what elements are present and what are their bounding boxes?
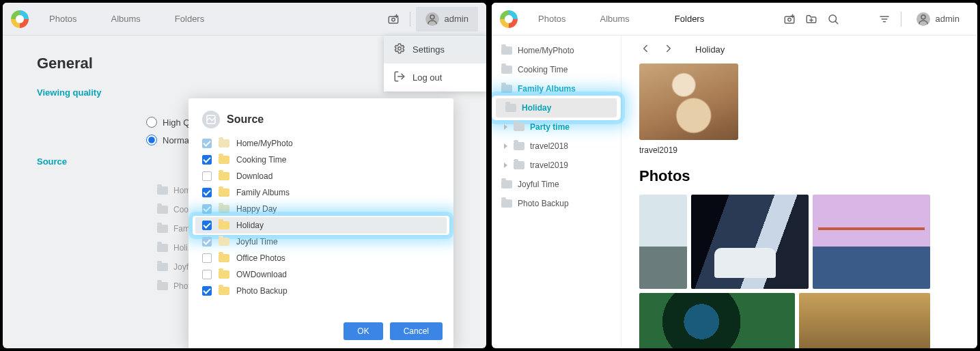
user-menu-trigger[interactable]: admin (416, 7, 478, 31)
radio-hq-input[interactable] (146, 117, 157, 128)
checkbox[interactable] (202, 221, 212, 230)
breadcrumb-title: Holiday (695, 44, 725, 55)
source-row[interactable]: OWDownload (195, 266, 447, 283)
folder-icon (505, 104, 516, 112)
menu-settings[interactable]: Settings (384, 36, 486, 64)
nav-photos[interactable]: Photos (49, 14, 76, 24)
tree-item-label: Joyful Time (518, 180, 559, 189)
search-icon[interactable] (822, 8, 844, 30)
checkbox[interactable] (202, 204, 212, 214)
tree-item[interactable]: travel2018 (492, 137, 621, 156)
user-menu-trigger[interactable]: admin (907, 7, 969, 31)
dialog-folder-list: Home/MyPhotoCooking TimeDownloadFamily A… (188, 135, 453, 314)
source-row[interactable]: Happy Day (195, 201, 447, 217)
folder-icon (514, 142, 524, 150)
tree-item[interactable]: travel2019 (492, 156, 621, 175)
tree-item[interactable]: Cooking Time (492, 60, 621, 79)
add-folder-icon[interactable] (800, 8, 822, 30)
folder-icon (219, 205, 229, 213)
expand-caret-icon[interactable] (504, 143, 507, 149)
avatar-icon (916, 12, 930, 26)
source-row[interactable]: Cooking Time (195, 152, 447, 168)
expand-caret-icon[interactable] (504, 163, 507, 168)
folder-icon (219, 188, 229, 197)
source-row-label: Family Albums (236, 188, 290, 197)
checkbox[interactable] (202, 171, 212, 181)
app-logo-icon (11, 10, 29, 28)
folder-icon (157, 263, 168, 271)
checkbox[interactable] (202, 188, 212, 197)
tree-item-label: Photo Backup (518, 199, 569, 208)
folder-icon (157, 244, 168, 252)
svg-point-9 (788, 18, 792, 21)
folder-icon (157, 206, 168, 214)
source-row[interactable]: Download (195, 168, 447, 184)
tree-item[interactable]: Party time (492, 117, 621, 137)
tree-item-label: Party time (530, 122, 570, 132)
radio-normal-input[interactable] (146, 135, 157, 145)
nav-photos[interactable]: Photos (538, 14, 565, 24)
expand-caret-icon[interactable] (504, 124, 507, 130)
top-nav-right: Photos Albums Folders admin (492, 3, 977, 36)
nav-albums[interactable]: Albums (111, 14, 140, 24)
source-row[interactable]: Office Photos (195, 250, 447, 266)
source-row-label: Joyful Time (236, 237, 278, 247)
user-name: admin (445, 14, 468, 24)
checkbox[interactable] (202, 237, 212, 247)
tree-item[interactable]: Joyful Time (492, 175, 621, 194)
photo-thumbnail[interactable] (639, 293, 795, 348)
folder-icon (219, 221, 229, 229)
checkbox[interactable] (202, 155, 212, 165)
user-name: admin (936, 14, 960, 24)
nav-divider (901, 12, 901, 27)
source-row[interactable]: Photo Backup (195, 283, 447, 299)
source-row-label: Holiday (236, 221, 264, 230)
tree-item[interactable]: Family Albums (492, 79, 621, 98)
user-dropdown: Settings Log out (384, 36, 486, 92)
svg-line-15 (835, 21, 838, 24)
menu-logout[interactable]: Log out (384, 64, 486, 92)
folder-icon (157, 225, 168, 233)
filter-icon[interactable] (873, 8, 895, 30)
tree-item[interactable]: Home/MyPhoto (492, 41, 621, 60)
checkbox[interactable] (202, 270, 212, 279)
add-photo-icon[interactable] (382, 8, 404, 30)
source-icon (202, 111, 220, 128)
source-dialog: Source Home/MyPhotoCooking TimeDownloadF… (188, 98, 453, 348)
checkbox[interactable] (202, 286, 212, 296)
tree-item[interactable]: Holiday (496, 98, 617, 117)
source-row-label: Cooking Time (236, 155, 286, 165)
source-row-label: Office Photos (236, 253, 285, 263)
source-row[interactable]: Home/MyPhoto (195, 135, 447, 152)
folder-icon (501, 46, 512, 55)
subfolder-thumbnail[interactable]: travel2019 (639, 64, 738, 155)
svg-point-5 (398, 47, 402, 51)
menu-logout-label: Log out (412, 72, 442, 83)
ok-button[interactable]: OK (344, 322, 382, 340)
add-photo-icon[interactable] (779, 8, 800, 30)
tree-item-label: Cooking Time (518, 65, 568, 74)
folder-icon (219, 156, 229, 164)
nav-folders[interactable]: Folders (664, 10, 715, 28)
folder-icon (501, 199, 512, 208)
nav-folders[interactable]: Folders (175, 14, 204, 24)
source-row[interactable]: Holiday (195, 217, 447, 234)
nav-albums[interactable]: Albums (600, 14, 629, 24)
photo-thumbnail[interactable] (639, 195, 687, 289)
nav-back-icon[interactable] (639, 42, 652, 57)
cancel-button[interactable]: Cancel (390, 322, 443, 340)
photo-thumbnail[interactable] (799, 293, 930, 348)
subfolder-label: travel2019 (639, 145, 738, 155)
tree-item-label: Family Albums (518, 84, 576, 94)
tree-item-label: Holiday (522, 103, 551, 113)
source-row[interactable]: Family Albums (195, 184, 447, 201)
breadcrumb: Holiday (639, 42, 960, 57)
folder-icon (219, 270, 229, 279)
checkbox[interactable] (202, 139, 212, 148)
tree-item[interactable]: Photo Backup (492, 194, 621, 213)
photo-thumbnail[interactable] (813, 195, 930, 289)
checkbox[interactable] (202, 253, 212, 263)
avatar-icon (425, 12, 439, 26)
source-row[interactable]: Joyful Time (195, 234, 447, 250)
photo-thumbnail[interactable] (691, 195, 809, 289)
